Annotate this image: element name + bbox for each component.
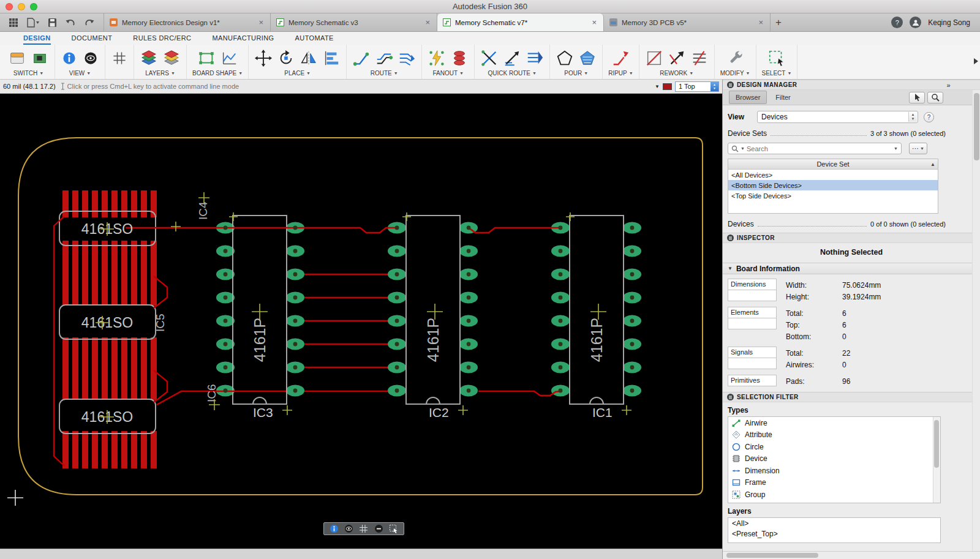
avatar[interactable] bbox=[910, 17, 921, 28]
panel-collapse-icon[interactable]: » bbox=[946, 81, 951, 89]
menu-design[interactable]: DESIGN bbox=[23, 32, 51, 45]
search-history-caret-icon[interactable]: ▼ bbox=[894, 146, 898, 151]
smd-pad[interactable] bbox=[151, 241, 157, 279]
smd-pad[interactable] bbox=[121, 190, 127, 217]
new-tab-button[interactable]: + bbox=[771, 13, 786, 31]
smd-pad[interactable] bbox=[121, 431, 127, 468]
quick-route-bus-icon[interactable] bbox=[526, 49, 544, 67]
device-set-row[interactable]: <Top Side Devices> bbox=[728, 190, 938, 201]
type-row-attribute[interactable]: Attribute bbox=[728, 429, 940, 441]
route-multi-icon[interactable] bbox=[398, 49, 416, 67]
save-icon[interactable] bbox=[48, 18, 57, 28]
quick-route-cross-icon[interactable] bbox=[480, 49, 499, 67]
search-scope-caret-icon[interactable]: ▼ bbox=[741, 146, 745, 151]
smd-pad[interactable] bbox=[102, 431, 108, 468]
smd-pad[interactable] bbox=[131, 372, 137, 400]
smd-pad[interactable] bbox=[62, 277, 69, 306]
traces-layer[interactable] bbox=[54, 216, 560, 466]
minimize-window-button[interactable] bbox=[18, 3, 25, 10]
type-row-group[interactable]: Group bbox=[728, 489, 940, 501]
tab-memory-3d-pcb[interactable]: Memory 3D PCB v5* × bbox=[604, 13, 771, 31]
via-stack-icon[interactable] bbox=[450, 49, 469, 67]
quick-route-arrow-icon[interactable] bbox=[503, 49, 521, 67]
scrollbar-thumb[interactable] bbox=[974, 93, 979, 160]
smd-pad[interactable] bbox=[92, 241, 98, 279]
smd-pad[interactable] bbox=[92, 190, 98, 217]
layer-row-all[interactable]: <All> bbox=[728, 518, 940, 528]
user-name[interactable]: Keqing Song bbox=[928, 18, 970, 27]
help-button[interactable]: ? bbox=[924, 112, 934, 122]
close-window-button[interactable] bbox=[6, 3, 13, 10]
smd-pad[interactable] bbox=[131, 431, 137, 468]
pcb-canvas[interactable]: 4161SO 4161SO 4161SO 4161P 4161P 4161P I… bbox=[0, 94, 722, 549]
smd-pad[interactable] bbox=[131, 241, 137, 279]
pcb-drawing[interactable]: 4161SO 4161SO 4161SO 4161P 4161P 4161P I… bbox=[0, 94, 722, 549]
smd-pad[interactable] bbox=[92, 337, 98, 375]
smd-pad[interactable] bbox=[141, 372, 147, 400]
tab-filter[interactable]: Filter bbox=[769, 91, 796, 103]
smd-pad[interactable] bbox=[92, 277, 98, 306]
smd-pad[interactable] bbox=[82, 190, 88, 217]
close-tab-icon[interactable]: × bbox=[257, 18, 265, 27]
file-menu-icon[interactable] bbox=[26, 18, 40, 28]
smd-pad[interactable] bbox=[72, 277, 78, 306]
ripup-icon[interactable] bbox=[611, 49, 630, 67]
search-input[interactable] bbox=[747, 145, 892, 152]
smd-pad[interactable] bbox=[111, 277, 118, 306]
smd-pad[interactable] bbox=[141, 190, 147, 217]
rework-jumper-icon[interactable] bbox=[668, 49, 686, 67]
smd-pad[interactable] bbox=[82, 337, 88, 375]
smd-pad[interactable] bbox=[102, 241, 108, 279]
close-tab-icon[interactable]: × bbox=[757, 18, 764, 27]
device-set-search[interactable]: ▼ ▼ bbox=[728, 143, 902, 154]
toolbar-overflow-indicator[interactable] bbox=[974, 58, 978, 64]
select-marquee-icon[interactable] bbox=[767, 49, 786, 67]
layers-color-icon[interactable] bbox=[140, 49, 158, 67]
close-tab-icon[interactable]: × bbox=[590, 18, 598, 27]
menu-document[interactable]: DOCUMENT bbox=[72, 32, 113, 45]
section-collapse-icon[interactable]: ▼ bbox=[728, 266, 733, 271]
menu-rules-drc-erc[interactable]: RULES DRC/ERC bbox=[133, 32, 191, 45]
redo-icon[interactable] bbox=[84, 18, 95, 28]
smd-pad[interactable] bbox=[72, 241, 78, 279]
smd-pad[interactable] bbox=[121, 277, 127, 306]
align-icon[interactable] bbox=[322, 49, 341, 67]
device-set-row-selected[interactable]: <Bottom Side Devices> bbox=[728, 180, 938, 190]
smd-pad[interactable] bbox=[72, 431, 78, 468]
smd-pad[interactable] bbox=[82, 277, 88, 306]
smd-pad[interactable] bbox=[102, 190, 108, 217]
tab-memory-schematic-v3[interactable]: Memory Schematic v3 × bbox=[271, 13, 437, 31]
smd-pad[interactable] bbox=[82, 431, 88, 468]
rotate-icon[interactable] bbox=[277, 49, 295, 67]
board-outline-icon[interactable] bbox=[197, 49, 216, 67]
rework-net-icon[interactable] bbox=[690, 49, 709, 67]
inspector-header[interactable]: INSPECTOR bbox=[723, 233, 980, 243]
route-manual-icon[interactable] bbox=[352, 49, 371, 67]
type-row-airwire[interactable]: Airwire bbox=[728, 417, 940, 429]
zoom-window-button[interactable] bbox=[30, 3, 37, 10]
rework-cut-icon[interactable] bbox=[645, 49, 663, 67]
smd-pad[interactable] bbox=[151, 372, 157, 400]
smd-pad[interactable] bbox=[62, 431, 69, 468]
info-icon[interactable] bbox=[61, 50, 78, 67]
panel-vertical-scrollbar[interactable] bbox=[972, 90, 980, 551]
menu-manufacturing[interactable]: MANUFACTURING bbox=[212, 32, 274, 45]
smd-pad[interactable] bbox=[62, 241, 69, 279]
smd-pad[interactable] bbox=[141, 337, 147, 375]
type-row-dimension[interactable]: Dimension bbox=[728, 465, 940, 477]
switch-library-icon[interactable] bbox=[31, 49, 49, 67]
smd-pad[interactable] bbox=[131, 277, 137, 306]
info-icon[interactable] bbox=[330, 524, 339, 533]
type-row-circle[interactable]: Circle bbox=[728, 441, 940, 453]
grid-icon[interactable] bbox=[359, 524, 368, 533]
fanout-signal-icon[interactable] bbox=[428, 49, 446, 67]
copper-pour-icon[interactable] bbox=[578, 49, 597, 67]
smd-pad[interactable] bbox=[141, 277, 147, 306]
layer-settings-icon[interactable] bbox=[162, 49, 181, 67]
smd-pad[interactable] bbox=[141, 241, 147, 279]
smd-pad[interactable] bbox=[131, 337, 137, 375]
type-row-clipped[interactable] bbox=[728, 501, 940, 504]
types-scrollbar[interactable] bbox=[933, 417, 940, 503]
mirror-icon[interactable] bbox=[300, 49, 318, 67]
apps-grid-icon[interactable] bbox=[9, 18, 18, 28]
